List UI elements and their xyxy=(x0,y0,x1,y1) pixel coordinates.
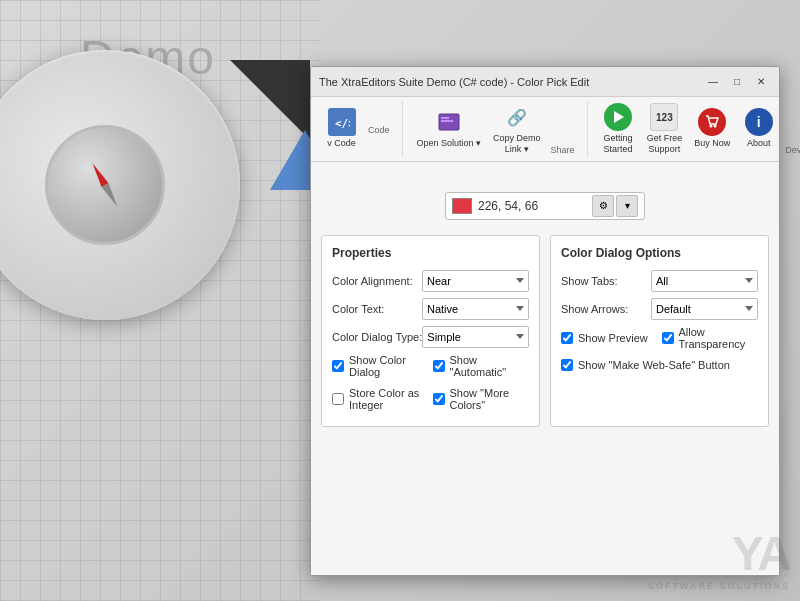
devexpress-section-label: DevExpress xyxy=(781,145,800,155)
get-free-support-button[interactable]: 123 Get FreeSupport xyxy=(641,101,689,157)
show-color-dialog-row[interactable]: Show Color Dialog xyxy=(332,354,429,378)
minimize-button[interactable]: — xyxy=(703,72,723,92)
panels-row: Properties Color Alignment: Near Far Cen… xyxy=(321,235,769,427)
show-more-colors-label: Show "More Colors" xyxy=(450,387,530,411)
color-pick-row: 226, 54, 66 ⚙ ▾ xyxy=(321,192,769,220)
svg-text:</>: </> xyxy=(335,117,350,130)
show-arrows-label: Show Arrows: xyxy=(561,303,651,315)
close-button[interactable]: ✕ xyxy=(751,72,771,92)
store-color-integer-label: Store Color as Integer xyxy=(349,387,429,411)
color-arrow-icon: ▾ xyxy=(625,200,630,211)
show-preview-label: Show Preview xyxy=(578,332,648,344)
copy-demo-link-label: Copy DemoLink ▾ xyxy=(493,133,541,155)
show-web-safe-row[interactable]: Show "Make Web-Safe" Button xyxy=(561,359,758,371)
allow-transparency-row[interactable]: Allow Transparency xyxy=(662,326,759,350)
color-arrow-button[interactable]: ▾ xyxy=(616,195,638,217)
toolbar-group-devexpress: GettingStarted 123 Get FreeSupport xyxy=(588,101,800,157)
main-window: The XtraEditors Suite Demo (C# code) - C… xyxy=(310,66,780,576)
get-free-support-label: Get FreeSupport xyxy=(647,133,683,155)
color-text-select[interactable]: Native Hex RGB xyxy=(422,298,529,320)
store-color-integer-checkbox[interactable] xyxy=(332,393,344,405)
properties-panel: Properties Color Alignment: Near Far Cen… xyxy=(321,235,540,427)
show-preview-row[interactable]: Show Preview xyxy=(561,326,658,350)
show-tabs-row: Show Tabs: All None Custom xyxy=(561,270,758,292)
compass-needle xyxy=(101,160,109,210)
window-title: The XtraEditors Suite Demo (C# code) - C… xyxy=(319,76,589,88)
color-swatch xyxy=(452,198,472,214)
buy-now-button[interactable]: Buy Now xyxy=(688,106,736,151)
color-dialog-options-panel: Color Dialog Options Show Tabs: All None… xyxy=(550,235,769,427)
color-dropdown-button[interactable]: ⚙ xyxy=(592,195,614,217)
color-value-text: 226, 54, 66 xyxy=(478,199,588,213)
getting-started-button[interactable]: GettingStarted xyxy=(596,101,641,157)
getting-started-label: GettingStarted xyxy=(604,133,633,155)
color-dialog-type-label: Color Dialog Type: xyxy=(332,331,422,343)
allow-transparency-checkbox[interactable] xyxy=(662,332,674,344)
svg-marker-4 xyxy=(614,111,624,123)
show-color-dialog-label: Show Color Dialog xyxy=(349,354,429,378)
properties-title: Properties xyxy=(332,246,529,260)
buy-now-label: Buy Now xyxy=(694,138,730,149)
show-arrows-row: Show Arrows: Default Always Never xyxy=(561,298,758,320)
show-web-safe-checkbox[interactable] xyxy=(561,359,573,371)
show-tabs-select[interactable]: All None Custom xyxy=(651,270,758,292)
about-icon: i xyxy=(745,108,773,136)
watermark-subtitle: SOFTWARE SOLUTIONS xyxy=(648,581,790,591)
copy-demo-link-button[interactable]: 🔗 Copy DemoLink ▾ xyxy=(487,101,547,157)
store-color-integer-row[interactable]: Store Color as Integer xyxy=(332,387,429,411)
color-text-row: Color Text: Native Hex RGB xyxy=(332,298,529,320)
show-automatic-checkbox[interactable] xyxy=(433,360,445,372)
getting-started-icon xyxy=(604,103,632,131)
dialog-options-checkboxes: Show Preview Allow Transparency xyxy=(561,326,758,355)
web-safe-checkbox-row: Show "Make Web-Safe" Button xyxy=(561,359,758,376)
support-icon: 123 xyxy=(650,103,678,131)
svg-point-6 xyxy=(714,125,717,128)
about-button[interactable]: i About xyxy=(736,106,781,151)
color-text-label: Color Text: xyxy=(332,303,422,315)
color-dialog-type-select[interactable]: Simple Advanced xyxy=(422,326,529,348)
show-arrows-select[interactable]: Default Always Never xyxy=(651,298,758,320)
svg-point-5 xyxy=(710,125,713,128)
code-icon: </> xyxy=(328,108,356,136)
color-dialog-type-row: Color Dialog Type: Simple Advanced xyxy=(332,326,529,348)
show-more-colors-row[interactable]: Show "More Colors" xyxy=(433,387,530,411)
code-section-label: Code xyxy=(364,125,394,135)
share-section-label: Share xyxy=(547,145,579,155)
compass-inner xyxy=(45,125,165,245)
color-edit-box[interactable]: 226, 54, 66 ⚙ ▾ xyxy=(445,192,645,220)
color-dialog-options-title: Color Dialog Options xyxy=(561,246,758,260)
buy-now-icon xyxy=(698,108,726,136)
view-code-label: v Code xyxy=(327,138,356,149)
properties-checkboxes: Show Color Dialog Show "Automatic" Store… xyxy=(332,354,529,416)
svg-rect-2 xyxy=(441,117,449,119)
maximize-button[interactable]: □ xyxy=(727,72,747,92)
show-automatic-row[interactable]: Show "Automatic" xyxy=(433,354,530,378)
allow-transparency-label: Allow Transparency xyxy=(679,326,759,350)
watermark: YA SOFTWARE SOLUTIONS xyxy=(648,526,790,591)
show-more-colors-checkbox[interactable] xyxy=(433,393,445,405)
color-dropdown-arrow: ⚙ xyxy=(599,200,608,211)
solution-icon xyxy=(435,108,463,136)
link-icon: 🔗 xyxy=(503,103,531,131)
view-code-button[interactable]: </> v Code xyxy=(319,106,364,151)
show-preview-checkbox[interactable] xyxy=(561,332,573,344)
color-alignment-select[interactable]: Near Far Center xyxy=(422,270,529,292)
color-alignment-label: Color Alignment: xyxy=(332,275,422,287)
window-controls: — □ ✕ xyxy=(703,72,771,92)
svg-rect-3 xyxy=(441,120,453,122)
title-bar: The XtraEditors Suite Demo (C# code) - C… xyxy=(311,67,779,97)
toolbar-group-share: Open Solution ▾ 🔗 Copy DemoLink ▾ Share xyxy=(403,101,588,157)
open-solution-label: Open Solution ▾ xyxy=(417,138,482,149)
toolbar: </> v Code Code Open Solution ▾ xyxy=(311,97,779,162)
show-automatic-label: Show "Automatic" xyxy=(450,354,530,378)
toolbar-group-code: </> v Code Code xyxy=(311,101,403,157)
watermark-logo: YA xyxy=(648,526,790,581)
color-alignment-row: Color Alignment: Near Far Center xyxy=(332,270,529,292)
content-area: 226, 54, 66 ⚙ ▾ Properties Color Alignme… xyxy=(311,162,779,575)
open-solution-button[interactable]: Open Solution ▾ xyxy=(411,106,488,151)
show-web-safe-label: Show "Make Web-Safe" Button xyxy=(578,359,730,371)
show-tabs-label: Show Tabs: xyxy=(561,275,651,287)
show-color-dialog-checkbox[interactable] xyxy=(332,360,344,372)
about-label: About xyxy=(747,138,771,149)
